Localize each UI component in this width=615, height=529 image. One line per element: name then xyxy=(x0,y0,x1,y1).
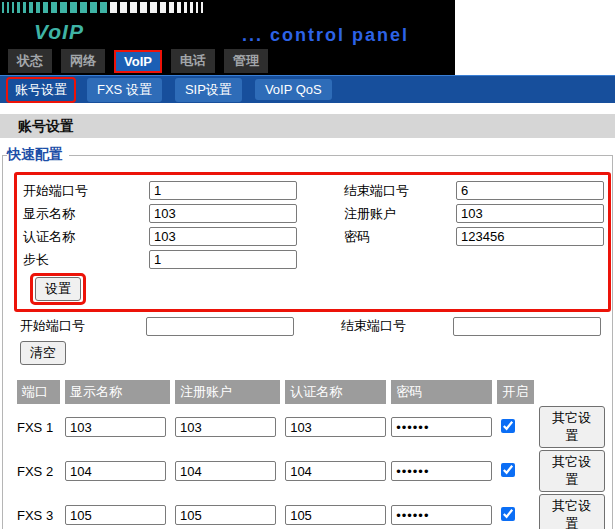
banner: VoIP ... control panel xyxy=(0,0,455,46)
auth-name-cell-input[interactable] xyxy=(285,505,386,525)
clear-range-row: 开始端口号 结束端口号 xyxy=(20,315,612,337)
subtab-sip-settings[interactable]: SIP设置 xyxy=(175,78,242,102)
clear-end-port-label: 结束端口号 xyxy=(341,317,453,335)
tab-network[interactable]: 网络 xyxy=(61,49,105,73)
col-header-port: 端口 xyxy=(17,380,60,404)
password-input[interactable] xyxy=(456,227,604,246)
display-name-cell-input[interactable] xyxy=(65,505,166,525)
step-input[interactable] xyxy=(149,250,297,269)
password-cell-input[interactable] xyxy=(391,417,492,437)
form-row: 步长 xyxy=(23,248,608,271)
display-name-input[interactable] xyxy=(149,204,297,223)
tab-phone[interactable]: 电话 xyxy=(171,49,215,73)
col-header-display-name: 显示名称 xyxy=(65,380,170,404)
enable-checkbox[interactable] xyxy=(501,507,515,521)
tab-admin[interactable]: 管理 xyxy=(224,49,268,73)
auth-name-label: 认证名称 xyxy=(23,228,149,246)
port-label: FXS 1 xyxy=(17,406,60,448)
tab-voip[interactable]: VoIP xyxy=(114,50,162,73)
fieldset-legend: 快速配置 xyxy=(7,146,69,164)
step-label: 步长 xyxy=(23,251,149,269)
col-header-actions xyxy=(539,380,607,404)
table-row-fxs3: FXS 3 其它设置 xyxy=(17,494,607,529)
col-header-password: 密码 xyxy=(391,380,492,404)
end-port-label: 结束端口号 xyxy=(344,182,456,200)
col-header-auth-name: 认证名称 xyxy=(285,380,386,404)
set-button[interactable]: 设置 xyxy=(35,277,81,301)
table-header-row: 端口 显示名称 注册账户 认证名称 密码 开启 xyxy=(17,380,607,404)
sub-nav-bar: 账号设置 FXS 设置 SIP设置 VoIP QoS xyxy=(0,75,615,103)
password-label: 密码 xyxy=(344,228,456,246)
auth-name-cell-input[interactable] xyxy=(285,461,386,481)
start-port-label: 开始端口号 xyxy=(23,182,149,200)
register-account-cell-input[interactable] xyxy=(175,505,276,525)
accounts-table: 端口 显示名称 注册账户 认证名称 密码 开启 FXS 1 其它设置 FXS 2… xyxy=(12,378,612,529)
display-name-label: 显示名称 xyxy=(23,205,149,223)
port-label: FXS 3 xyxy=(17,494,60,529)
end-port-input[interactable] xyxy=(456,181,604,200)
start-port-input[interactable] xyxy=(149,181,297,200)
port-label: FXS 2 xyxy=(17,450,60,492)
clear-start-port-input[interactable] xyxy=(146,317,294,336)
quick-config-fieldset: 快速配置 开始端口号 结束端口号 显示名称 注册账户 认证名称 密码 步长 设置 xyxy=(2,146,613,529)
other-settings-button[interactable]: 其它设置 xyxy=(539,406,605,448)
tab-status[interactable]: 状态 xyxy=(8,49,52,73)
form-row: 认证名称 密码 xyxy=(23,225,608,248)
register-account-cell-input[interactable] xyxy=(175,417,276,437)
display-name-cell-input[interactable] xyxy=(65,417,166,437)
clear-end-port-input[interactable] xyxy=(453,317,601,336)
display-name-cell-input[interactable] xyxy=(65,461,166,481)
clear-start-port-label: 开始端口号 xyxy=(20,317,146,335)
enable-checkbox[interactable] xyxy=(501,419,515,433)
top-banner-wrap: VoIP ... control panel 状态 网络 VoIP 电话 管理 xyxy=(0,0,455,75)
clear-button[interactable]: 清空 xyxy=(20,341,66,365)
subtab-voip-qos[interactable]: VoIP QoS xyxy=(255,79,332,100)
col-header-enable: 开启 xyxy=(497,380,534,404)
register-account-label: 注册账户 xyxy=(344,205,456,223)
voip-logo: VoIP xyxy=(34,20,84,44)
form-row: 显示名称 注册账户 xyxy=(23,202,608,225)
auth-name-cell-input[interactable] xyxy=(285,417,386,437)
annotation-box-set-button: 设置 xyxy=(30,273,86,305)
col-header-register-account: 注册账户 xyxy=(175,380,280,404)
subtab-account-settings[interactable]: 账号设置 xyxy=(6,77,76,103)
other-settings-button[interactable]: 其它设置 xyxy=(539,450,605,492)
auth-name-input[interactable] xyxy=(149,227,297,246)
enable-checkbox[interactable] xyxy=(501,463,515,477)
table-row-fxs2: FXS 2 其它设置 xyxy=(17,450,607,492)
password-cell-input[interactable] xyxy=(391,461,492,481)
page-title: 账号设置 xyxy=(0,114,615,138)
password-cell-input[interactable] xyxy=(391,505,492,525)
register-account-input[interactable] xyxy=(456,204,604,223)
form-row: 开始端口号 结束端口号 xyxy=(23,179,608,202)
register-account-cell-input[interactable] xyxy=(175,461,276,481)
control-panel-title: ... control panel xyxy=(242,25,409,46)
subtab-fxs-settings[interactable]: FXS 设置 xyxy=(87,78,162,102)
table-row-fxs1: FXS 1 其它设置 xyxy=(17,406,607,448)
other-settings-button[interactable]: 其它设置 xyxy=(539,494,605,529)
main-tab-bar: 状态 网络 VoIP 电话 管理 xyxy=(0,46,455,75)
activity-bars xyxy=(2,2,206,14)
annotation-box-quick-config: 开始端口号 结束端口号 显示名称 注册账户 认证名称 密码 步长 设置 xyxy=(14,172,611,312)
